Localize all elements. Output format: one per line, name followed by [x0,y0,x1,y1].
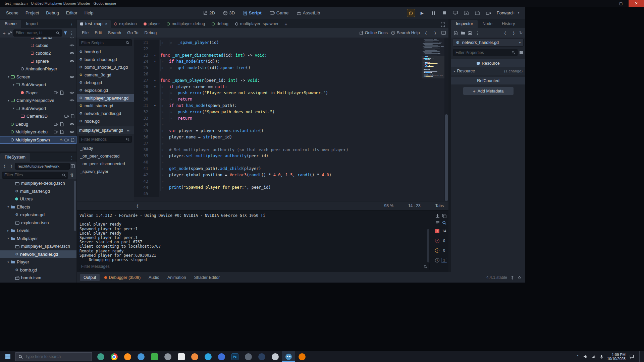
pause-button[interactable] [429,9,437,17]
script-menu-edit[interactable]: Edit [92,29,105,37]
taskbar-app-10[interactable] [215,351,228,362]
line-number[interactable]: 36 [134,134,151,140]
scene-node-subviewport[interactable]: ▾SubViewport [0,105,76,113]
bottom-tab-output[interactable]: Output [80,274,100,281]
code-line-21[interactable]: 21»»_spawn_player(id) [134,40,444,46]
script-menu-file[interactable]: File [79,29,92,37]
maximize-button[interactable]: ▢ [613,0,629,7]
add-metadata-button[interactable]: + Add Metadata [463,87,514,95]
code-line-30[interactable]: 30»»return [134,96,444,103]
refcounted-section-header[interactable]: RefCounted [451,77,525,84]
remote-debug-icon[interactable] [451,9,460,17]
collapse-duplicates-icon[interactable] [435,221,440,225]
script-bomb-shooter-gd[interactable]: ⚙bomb_shooter.gd [77,56,134,63]
pin-bottom-panel-icon[interactable] [511,276,514,280]
instance-scene-icon[interactable] [8,31,12,35]
visibility-eye-icon[interactable] [69,38,74,40]
line-number[interactable]: 37 [134,140,151,147]
method--ready[interactable]: _ready [77,144,134,152]
script-debug-gd[interactable]: ⚙debug.gd [77,79,134,86]
search-log-icon[interactable] [442,221,446,225]
code-line-45[interactable]: 45 [134,191,444,197]
scene-node-screen[interactable]: ▾Screen [0,73,76,81]
line-number[interactable]: 39 [134,153,151,159]
code-line-26[interactable]: 26 [134,71,444,77]
tab-history[interactable]: History [497,20,520,28]
line-number[interactable]: 26 [134,71,151,77]
method--spawn-player[interactable]: _spawn_player [77,168,134,175]
visibility-eye-icon[interactable] [69,90,74,95]
collapse-arrow-icon[interactable]: ▾ [6,75,11,78]
collapse-arrow-icon[interactable]: ▾ [11,107,16,110]
visibility-eye-icon[interactable] [69,43,74,48]
sort-files-icon[interactable]: ⇅ [69,173,74,178]
log-filter-warning[interactable]: !0 [435,247,447,254]
code-line-27[interactable]: 27▾func _spawn_player(peer_id: int) -> v… [134,77,444,84]
scene-node-sphere[interactable]: sphere [0,57,76,65]
method--on-peer-disconnected[interactable]: _on_peer_disconnected [77,160,134,168]
visibility-eye-icon[interactable] [69,122,74,126]
script-icon[interactable] [60,122,64,126]
code-editor[interactable]: 21»»_spawn_player(id)2223▾func _on_peer_… [134,38,448,201]
bottom-tab-shader-editor[interactable]: Shader Editor [191,274,223,281]
save-log-icon[interactable] [435,214,440,218]
collapse-scripts-panel-icon[interactable]: ❬ [136,203,139,208]
fold-arrow-icon[interactable]: ▾ [151,84,159,90]
scrollbar-thumb[interactable] [445,114,448,201]
line-number[interactable]: 25 [134,65,151,71]
line-number[interactable]: 22 [134,46,151,52]
nav-forward-icon[interactable]: ❭ [8,163,14,169]
scene-tab-multiplayer-debug[interactable]: multiplayer-debug [163,20,208,28]
script-icon[interactable] [60,130,64,134]
search-help-button[interactable]: ? Search Help [391,31,420,35]
folder-effects[interactable]: ▾Effects [0,203,76,211]
taskbar-clock[interactable]: 1:09 PM 10/10/2025 [607,353,626,361]
visibility-eye-icon[interactable] [69,59,74,63]
scene-node-multiplayer-debu[interactable]: Multiplayer-debu [0,128,76,136]
taskbar-app-4[interactable] [134,351,148,362]
warning-icon[interactable]: ⚠ [59,138,63,142]
script-bomb-shooter-3-rd-gd[interactable]: ⚙bomb_shooter_3_rd.gd [77,63,134,71]
code-line-39[interactable]: 39»player.set_multiplayer_authority(peer… [134,153,444,159]
online-docs-button[interactable]: Online Docs [360,31,388,35]
line-number[interactable]: 24 [134,58,151,65]
line-number[interactable]: 31 [134,103,151,109]
fold-arrow-icon[interactable]: ▾ [151,58,159,65]
tab-inspector[interactable]: Inspector [451,20,478,28]
tab-node[interactable]: Node [478,20,497,28]
tune-sliders-icon[interactable] [519,51,523,54]
code-line-22[interactable]: 22 [134,46,444,52]
taskbar-app-9[interactable] [201,351,215,362]
scene-node-subviewport[interactable]: ▾SubViewport [0,81,76,89]
taskbar-app-16[interactable] [295,351,309,362]
play-custom-scene-icon[interactable] [473,9,482,17]
taskbar-app-1[interactable] [94,351,107,362]
history-forward-icon[interactable]: ❭ [511,30,517,36]
collapse-arrow-icon[interactable]: ▸ [6,229,10,232]
mode-2d-button[interactable]: 2D [201,9,218,17]
video-camera-icon[interactable] [64,138,69,142]
scene-tab-explosion[interactable]: explosion [111,20,140,28]
object-history-icon[interactable]: ↻ [519,31,523,35]
script-menu-search[interactable]: Search [105,29,124,37]
sort-methods-icon[interactable]: ≡↑ [126,128,131,132]
taskbar-app-7[interactable] [174,351,188,362]
methods-filter-input[interactable] [81,137,124,142]
nav-back-icon[interactable]: ❬ [2,163,7,169]
file-explosion-tscn[interactable]: explosion.tscn [0,219,76,227]
video-camera-icon[interactable] [54,122,58,126]
code-line-38[interactable]: 38»# Set multiplayer authority (so that … [134,147,444,153]
script-menu-go-to[interactable]: Go To [124,29,141,37]
fold-arrow-icon[interactable]: ▾ [151,77,159,84]
stop-button[interactable] [440,9,448,17]
more-options-icon[interactable]: ⋮ [67,22,76,28]
scene-filter-input[interactable] [16,31,54,35]
taskbar-app-godot[interactable] [282,351,295,362]
file-network-handler-gd[interactable]: ⚙network_handler.gd [0,250,76,258]
line-number[interactable]: 41 [134,166,151,172]
visibility-eye-icon[interactable] [69,51,74,55]
file-bomb-tscn[interactable]: bomb.tscn [0,274,76,282]
network-icon[interactable] [592,355,596,359]
add-node-button[interactable]: + [2,30,6,36]
line-number[interactable]: 44 [134,184,151,191]
